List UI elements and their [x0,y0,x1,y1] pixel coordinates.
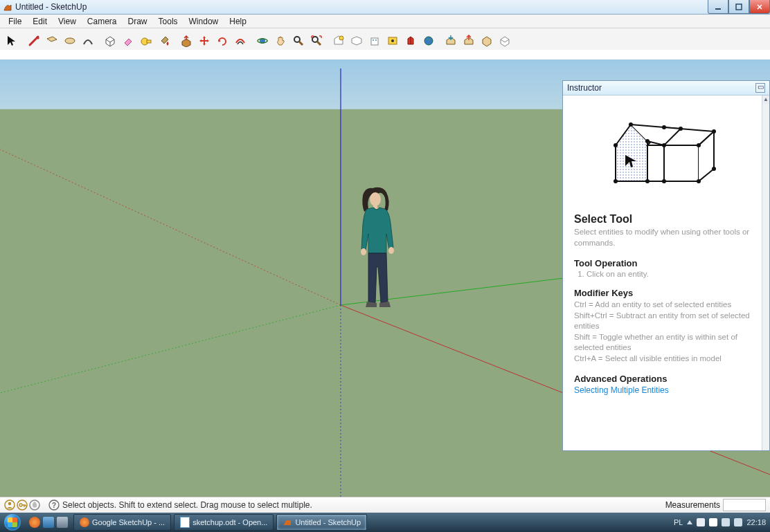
status-help-icon[interactable]: ? [48,499,60,511]
rectangle-tool-button[interactable] [43,32,61,50]
instructor-tool-title: Select Tool [574,213,754,226]
tray-icon[interactable] [697,518,705,526]
taskbar-item-document[interactable]: sketchup.odt - Open... [174,514,274,531]
extension-warehouse-button[interactable] [496,32,514,50]
toggle-terrain-button[interactable] [348,32,366,50]
orbit-tool-button[interactable] [253,32,271,50]
window-minimize-button[interactable] [708,0,728,14]
start-button[interactable] [0,513,25,532]
tray-language-indicator[interactable]: PL [674,518,683,526]
instructor-advanced-link[interactable]: Selecting Multiple Entities [574,385,669,395]
taskbar-item-browser[interactable]: Google SketchUp - ... [73,514,171,531]
menu-camera[interactable]: Camera [82,15,123,28]
get-models-button[interactable] [442,32,460,50]
status-key-icon[interactable] [17,499,28,511]
svg-rect-11 [373,39,374,41]
windows-taskbar: Google SketchUp - ... sketchup.odt - Ope… [0,513,770,532]
svg-rect-10 [371,38,378,45]
menu-tools[interactable]: Tools [153,15,183,28]
firefox-icon [80,517,89,527]
app-icon [3,2,12,12]
svg-point-31 [614,143,618,147]
circle-tool-button[interactable] [61,32,79,50]
make-component-button[interactable] [101,32,119,50]
instructor-op-step: Click on an entity. [587,270,754,278]
quicklaunch-show-desktop-icon[interactable] [43,517,54,528]
measurements-label: Measurements [665,500,723,510]
line-tool-button[interactable] [25,32,43,50]
svg-point-35 [697,179,701,183]
menu-view[interactable]: View [53,15,82,28]
tray-network-icon[interactable] [722,518,730,526]
svg-point-36 [697,143,701,147]
menu-file[interactable]: File [3,15,27,28]
svg-rect-0 [715,8,721,10]
svg-point-30 [614,179,618,183]
pan-tool-button[interactable] [271,32,289,50]
window-maximize-button[interactable] [728,0,749,14]
zoom-extents-tool-button[interactable] [307,32,325,50]
svg-point-14 [391,39,394,42]
quicklaunch-firefox-icon[interactable] [29,517,40,528]
instructor-advanced-header: Advanced Operations [574,374,754,384]
svg-point-39 [679,127,683,131]
tray-expand-icon[interactable] [687,520,692,524]
menu-draw[interactable]: Draw [123,15,153,28]
tray-clock[interactable]: 22:18 [746,518,766,526]
select-tool-button[interactable] [3,32,21,50]
status-bar: ? Select objects. Shift to extend select… [0,497,770,513]
offset-tool-button[interactable] [231,32,249,50]
share-model-button[interactable] [460,32,478,50]
status-hint-text: Select objects. Shift to extend select. … [62,500,312,510]
add-building-button[interactable] [366,32,384,50]
rotate-tool-button[interactable] [213,32,231,50]
taskbar-item-sketchup[interactable]: Untitled - SketchUp [276,514,367,531]
menu-help[interactable]: Help [224,15,252,28]
quick-launch [29,517,68,528]
eraser-tool-button[interactable] [119,32,137,50]
svg-point-2 [65,38,75,44]
instructor-illustration [595,105,733,209]
status-user-icon[interactable] [4,499,15,511]
geo-location-button[interactable] [420,32,438,50]
taskbar-item-label: Untitled - SketchUp [295,518,361,526]
svg-point-32 [629,122,633,127]
svg-point-25 [370,192,381,206]
tape-measure-tool-button[interactable] [137,32,155,50]
instructor-tool-desc: Select entities to modify when using oth… [574,227,754,248]
push-pull-tool-button[interactable] [177,32,195,50]
svg-point-42 [662,125,666,129]
window-close-button[interactable] [749,0,770,14]
paint-bucket-tool-button[interactable] [155,32,173,50]
measurements-input[interactable] [723,499,766,511]
svg-text:?: ? [52,502,56,509]
instructor-panel-titlebar[interactable]: Instructor ▭ [563,81,769,95]
tray-flag-icon[interactable] [709,518,717,526]
arc-tool-button[interactable] [79,32,97,50]
svg-point-15 [424,37,433,45]
quicklaunch-switch-windows-icon[interactable] [57,517,68,528]
add-location-button[interactable] [330,32,348,50]
svg-point-37 [662,143,666,147]
share-component-button[interactable] [478,32,496,50]
panel-close-icon[interactable]: ▭ [755,83,765,93]
scroll-up-icon[interactable]: ▲ [762,95,769,104]
svg-point-28 [388,247,394,254]
svg-point-46 [19,504,22,506]
photo-textures-button[interactable] [384,32,402,50]
window-titlebar: Untitled - SketchUp [0,0,770,15]
instructor-scrollbar[interactable]: ▲ [762,95,769,450]
move-tool-button[interactable] [195,32,213,50]
status-geo-icon[interactable] [29,499,40,511]
menu-window[interactable]: Window [183,15,224,28]
instructor-operation-header: Tool Operation [574,258,754,268]
svg-point-9 [339,36,343,40]
svg-rect-4 [147,40,151,43]
zoom-tool-button[interactable] [289,32,307,50]
svg-point-7 [294,37,300,42]
menu-edit[interactable]: Edit [27,15,53,28]
tray-volume-icon[interactable] [734,518,742,526]
svg-point-38 [662,179,666,183]
sketchup-icon [283,517,292,528]
preview-model-button[interactable] [402,32,420,50]
